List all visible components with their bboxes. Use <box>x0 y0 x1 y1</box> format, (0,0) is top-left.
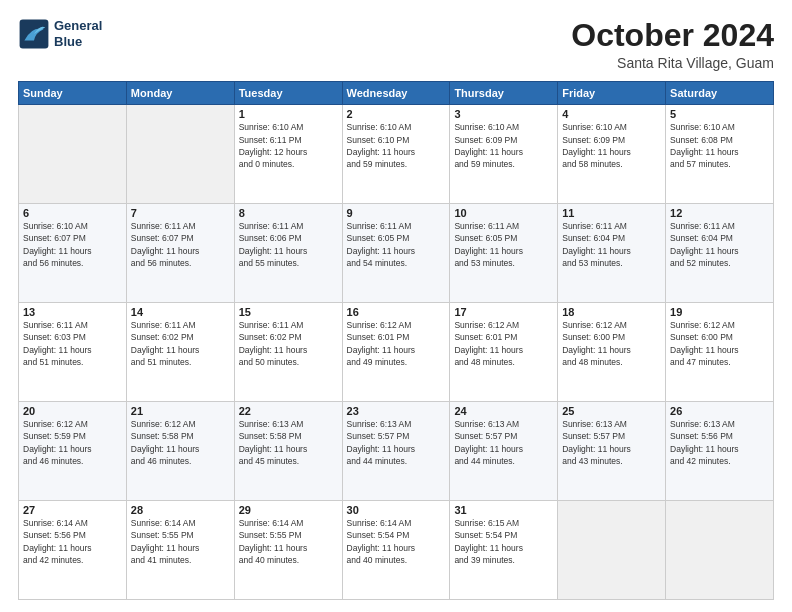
page: General Blue October 2024 Santa Rita Vil… <box>0 0 792 612</box>
calendar-cell: 21Sunrise: 6:12 AM Sunset: 5:58 PM Dayli… <box>126 402 234 501</box>
day-info: Sunrise: 6:14 AM Sunset: 5:55 PM Dayligh… <box>239 517 338 566</box>
day-number: 19 <box>670 306 769 318</box>
calendar-cell: 4Sunrise: 6:10 AM Sunset: 6:09 PM Daylig… <box>558 105 666 204</box>
calendar-cell: 18Sunrise: 6:12 AM Sunset: 6:00 PM Dayli… <box>558 303 666 402</box>
calendar-cell: 20Sunrise: 6:12 AM Sunset: 5:59 PM Dayli… <box>19 402 127 501</box>
day-info: Sunrise: 6:11 AM Sunset: 6:04 PM Dayligh… <box>670 220 769 269</box>
calendar-cell: 29Sunrise: 6:14 AM Sunset: 5:55 PM Dayli… <box>234 501 342 600</box>
logo-text: General Blue <box>54 18 102 49</box>
calendar-cell: 16Sunrise: 6:12 AM Sunset: 6:01 PM Dayli… <box>342 303 450 402</box>
day-number: 17 <box>454 306 553 318</box>
day-info: Sunrise: 6:13 AM Sunset: 5:57 PM Dayligh… <box>454 418 553 467</box>
day-number: 4 <box>562 108 661 120</box>
header: General Blue October 2024 Santa Rita Vil… <box>18 18 774 71</box>
day-number: 3 <box>454 108 553 120</box>
day-info: Sunrise: 6:12 AM Sunset: 5:59 PM Dayligh… <box>23 418 122 467</box>
day-number: 15 <box>239 306 338 318</box>
calendar-cell: 7Sunrise: 6:11 AM Sunset: 6:07 PM Daylig… <box>126 204 234 303</box>
day-number: 8 <box>239 207 338 219</box>
day-info: Sunrise: 6:10 AM Sunset: 6:09 PM Dayligh… <box>562 121 661 170</box>
calendar-cell: 26Sunrise: 6:13 AM Sunset: 5:56 PM Dayli… <box>666 402 774 501</box>
day-info: Sunrise: 6:15 AM Sunset: 5:54 PM Dayligh… <box>454 517 553 566</box>
day-info: Sunrise: 6:11 AM Sunset: 6:02 PM Dayligh… <box>131 319 230 368</box>
day-number: 12 <box>670 207 769 219</box>
day-number: 28 <box>131 504 230 516</box>
day-info: Sunrise: 6:11 AM Sunset: 6:06 PM Dayligh… <box>239 220 338 269</box>
day-info: Sunrise: 6:11 AM Sunset: 6:05 PM Dayligh… <box>454 220 553 269</box>
day-number: 21 <box>131 405 230 417</box>
calendar-header-friday: Friday <box>558 82 666 105</box>
calendar-cell: 19Sunrise: 6:12 AM Sunset: 6:00 PM Dayli… <box>666 303 774 402</box>
calendar-week-2: 6Sunrise: 6:10 AM Sunset: 6:07 PM Daylig… <box>19 204 774 303</box>
calendar-cell: 30Sunrise: 6:14 AM Sunset: 5:54 PM Dayli… <box>342 501 450 600</box>
day-info: Sunrise: 6:14 AM Sunset: 5:56 PM Dayligh… <box>23 517 122 566</box>
calendar-week-1: 1Sunrise: 6:10 AM Sunset: 6:11 PM Daylig… <box>19 105 774 204</box>
calendar-header-row: SundayMondayTuesdayWednesdayThursdayFrid… <box>19 82 774 105</box>
calendar-week-4: 20Sunrise: 6:12 AM Sunset: 5:59 PM Dayli… <box>19 402 774 501</box>
day-number: 5 <box>670 108 769 120</box>
day-info: Sunrise: 6:11 AM Sunset: 6:02 PM Dayligh… <box>239 319 338 368</box>
main-title: October 2024 <box>571 18 774 53</box>
day-number: 11 <box>562 207 661 219</box>
day-number: 22 <box>239 405 338 417</box>
day-number: 14 <box>131 306 230 318</box>
day-number: 7 <box>131 207 230 219</box>
day-info: Sunrise: 6:12 AM Sunset: 6:01 PM Dayligh… <box>454 319 553 368</box>
day-info: Sunrise: 6:13 AM Sunset: 5:56 PM Dayligh… <box>670 418 769 467</box>
day-info: Sunrise: 6:11 AM Sunset: 6:03 PM Dayligh… <box>23 319 122 368</box>
day-number: 25 <box>562 405 661 417</box>
calendar-cell: 22Sunrise: 6:13 AM Sunset: 5:58 PM Dayli… <box>234 402 342 501</box>
day-number: 13 <box>23 306 122 318</box>
logo: General Blue <box>18 18 102 50</box>
day-number: 9 <box>347 207 446 219</box>
day-info: Sunrise: 6:12 AM Sunset: 6:00 PM Dayligh… <box>562 319 661 368</box>
calendar-header-thursday: Thursday <box>450 82 558 105</box>
day-info: Sunrise: 6:14 AM Sunset: 5:54 PM Dayligh… <box>347 517 446 566</box>
calendar-cell: 11Sunrise: 6:11 AM Sunset: 6:04 PM Dayli… <box>558 204 666 303</box>
day-info: Sunrise: 6:10 AM Sunset: 6:11 PM Dayligh… <box>239 121 338 170</box>
day-info: Sunrise: 6:13 AM Sunset: 5:57 PM Dayligh… <box>347 418 446 467</box>
day-number: 20 <box>23 405 122 417</box>
calendar-cell: 12Sunrise: 6:11 AM Sunset: 6:04 PM Dayli… <box>666 204 774 303</box>
calendar-cell: 23Sunrise: 6:13 AM Sunset: 5:57 PM Dayli… <box>342 402 450 501</box>
logo-icon <box>18 18 50 50</box>
day-info: Sunrise: 6:12 AM Sunset: 6:00 PM Dayligh… <box>670 319 769 368</box>
day-number: 18 <box>562 306 661 318</box>
calendar-cell: 8Sunrise: 6:11 AM Sunset: 6:06 PM Daylig… <box>234 204 342 303</box>
calendar-header-monday: Monday <box>126 82 234 105</box>
day-number: 29 <box>239 504 338 516</box>
calendar-header-wednesday: Wednesday <box>342 82 450 105</box>
day-info: Sunrise: 6:10 AM Sunset: 6:07 PM Dayligh… <box>23 220 122 269</box>
calendar-cell: 24Sunrise: 6:13 AM Sunset: 5:57 PM Dayli… <box>450 402 558 501</box>
calendar-cell: 14Sunrise: 6:11 AM Sunset: 6:02 PM Dayli… <box>126 303 234 402</box>
calendar-cell <box>126 105 234 204</box>
day-number: 23 <box>347 405 446 417</box>
day-number: 10 <box>454 207 553 219</box>
subtitle: Santa Rita Village, Guam <box>571 55 774 71</box>
day-info: Sunrise: 6:10 AM Sunset: 6:09 PM Dayligh… <box>454 121 553 170</box>
calendar-cell <box>666 501 774 600</box>
day-info: Sunrise: 6:11 AM Sunset: 6:05 PM Dayligh… <box>347 220 446 269</box>
day-number: 2 <box>347 108 446 120</box>
calendar-cell: 13Sunrise: 6:11 AM Sunset: 6:03 PM Dayli… <box>19 303 127 402</box>
day-info: Sunrise: 6:12 AM Sunset: 5:58 PM Dayligh… <box>131 418 230 467</box>
calendar-week-5: 27Sunrise: 6:14 AM Sunset: 5:56 PM Dayli… <box>19 501 774 600</box>
day-info: Sunrise: 6:10 AM Sunset: 6:10 PM Dayligh… <box>347 121 446 170</box>
calendar-cell: 9Sunrise: 6:11 AM Sunset: 6:05 PM Daylig… <box>342 204 450 303</box>
calendar-cell: 28Sunrise: 6:14 AM Sunset: 5:55 PM Dayli… <box>126 501 234 600</box>
calendar-cell: 17Sunrise: 6:12 AM Sunset: 6:01 PM Dayli… <box>450 303 558 402</box>
calendar-cell: 15Sunrise: 6:11 AM Sunset: 6:02 PM Dayli… <box>234 303 342 402</box>
day-info: Sunrise: 6:11 AM Sunset: 6:04 PM Dayligh… <box>562 220 661 269</box>
title-block: October 2024 Santa Rita Village, Guam <box>571 18 774 71</box>
calendar-table: SundayMondayTuesdayWednesdayThursdayFrid… <box>18 81 774 600</box>
calendar-cell: 6Sunrise: 6:10 AM Sunset: 6:07 PM Daylig… <box>19 204 127 303</box>
day-info: Sunrise: 6:11 AM Sunset: 6:07 PM Dayligh… <box>131 220 230 269</box>
calendar-cell: 27Sunrise: 6:14 AM Sunset: 5:56 PM Dayli… <box>19 501 127 600</box>
day-info: Sunrise: 6:13 AM Sunset: 5:57 PM Dayligh… <box>562 418 661 467</box>
day-info: Sunrise: 6:14 AM Sunset: 5:55 PM Dayligh… <box>131 517 230 566</box>
calendar-week-3: 13Sunrise: 6:11 AM Sunset: 6:03 PM Dayli… <box>19 303 774 402</box>
calendar-header-tuesday: Tuesday <box>234 82 342 105</box>
day-info: Sunrise: 6:12 AM Sunset: 6:01 PM Dayligh… <box>347 319 446 368</box>
day-number: 31 <box>454 504 553 516</box>
calendar-cell <box>19 105 127 204</box>
